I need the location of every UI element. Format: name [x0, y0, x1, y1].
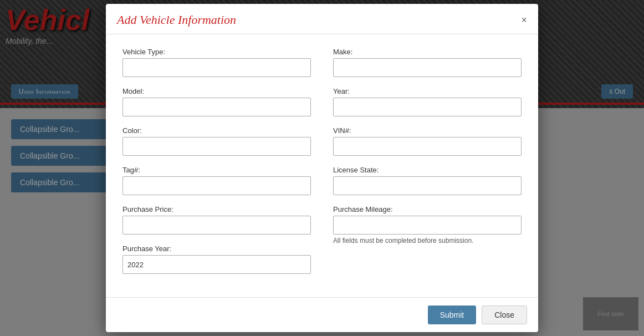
purchase-mileage-input[interactable]	[333, 216, 522, 235]
purchase-year-group: Purchase Year:	[122, 245, 311, 274]
purchase-mileage-label: Purchase Mileage:	[333, 205, 522, 213]
vin-group: VIN#:	[333, 126, 522, 156]
make-label: Make:	[333, 48, 522, 56]
submit-button[interactable]: Submit	[428, 306, 477, 324]
tag-group: Tag#:	[122, 166, 311, 195]
make-group: Make:	[333, 48, 522, 77]
purchase-year-input[interactable]	[122, 255, 311, 274]
modal-title: Add Vehicle Information	[117, 13, 236, 27]
modal-overlay: Add Vehicle Information × Vehicle Type: …	[0, 0, 644, 336]
license-state-input[interactable]	[333, 176, 522, 195]
make-input[interactable]	[333, 58, 522, 77]
modal-close-x-button[interactable]: ×	[521, 15, 527, 25]
modal-header: Add Vehicle Information ×	[106, 4, 538, 34]
modal-body: Vehicle Type: Model: Color: Tag#:	[106, 34, 538, 297]
license-state-label: License State:	[333, 166, 522, 174]
color-input[interactable]	[122, 137, 311, 156]
tag-label: Tag#:	[122, 166, 311, 174]
purchase-mileage-group: Purchase Mileage: All fields must be com…	[333, 205, 522, 245]
year-input[interactable]	[333, 98, 522, 116]
purchase-price-label: Purchase Price:	[122, 205, 311, 213]
purchase-price-group: Purchase Price:	[122, 205, 311, 235]
form-left-column: Vehicle Type: Model: Color: Tag#:	[122, 48, 311, 284]
vehicle-type-group: Vehicle Type:	[122, 48, 311, 77]
year-group: Year:	[333, 87, 522, 116]
model-label: Model:	[122, 87, 311, 95]
form-grid: Vehicle Type: Model: Color: Tag#:	[122, 48, 522, 284]
close-button[interactable]: Close	[482, 306, 527, 324]
modal-footer: Submit Close	[106, 297, 538, 332]
vin-input[interactable]	[333, 137, 522, 156]
model-input[interactable]	[122, 98, 311, 116]
tag-input[interactable]	[122, 176, 311, 195]
form-right-column: Make: Year: VIN#: License State:	[333, 48, 522, 284]
color-label: Color:	[122, 126, 311, 135]
vehicle-type-label: Vehicle Type:	[122, 48, 311, 56]
color-group: Color:	[122, 126, 311, 156]
validation-message: All fields must be completed before subm…	[333, 237, 522, 245]
purchase-year-label: Purchase Year:	[122, 245, 311, 253]
add-vehicle-modal: Add Vehicle Information × Vehicle Type: …	[106, 4, 538, 332]
purchase-price-input[interactable]	[122, 216, 311, 235]
vehicle-type-input[interactable]	[122, 58, 311, 77]
license-state-group: License State:	[333, 166, 522, 195]
model-group: Model:	[122, 87, 311, 116]
year-label: Year:	[333, 87, 522, 95]
vin-label: VIN#:	[333, 126, 522, 135]
